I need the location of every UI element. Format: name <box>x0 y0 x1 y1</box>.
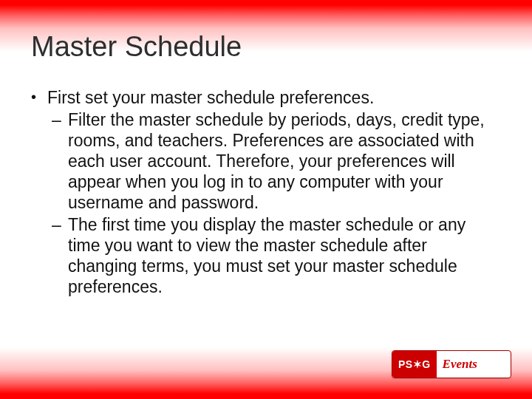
slide-title: Master Schedule <box>31 31 242 63</box>
dash-marker: – <box>52 214 68 235</box>
bullet-item: • First set your master schedule prefere… <box>31 87 488 108</box>
sub-bullet-list: – Filter the master schedule by periods,… <box>52 109 488 297</box>
sub-bullet-text: Filter the master schedule by periods, d… <box>68 109 488 213</box>
logo-right-text: Events <box>437 357 483 372</box>
dash-marker: – <box>52 109 68 130</box>
sub-bullet-item: – Filter the master schedule by periods,… <box>52 109 488 213</box>
bullet-marker: • <box>31 87 47 106</box>
sub-bullet-item: – The first time you display the master … <box>52 214 488 297</box>
sub-bullet-text: The first time you display the master sc… <box>68 214 488 297</box>
bullet-text: First set your master schedule preferenc… <box>47 87 488 108</box>
psug-events-logo: PS✶G Events <box>392 350 511 378</box>
logo-left-badge: PS✶G <box>392 351 437 378</box>
slide-body: • First set your master schedule prefere… <box>31 87 488 299</box>
